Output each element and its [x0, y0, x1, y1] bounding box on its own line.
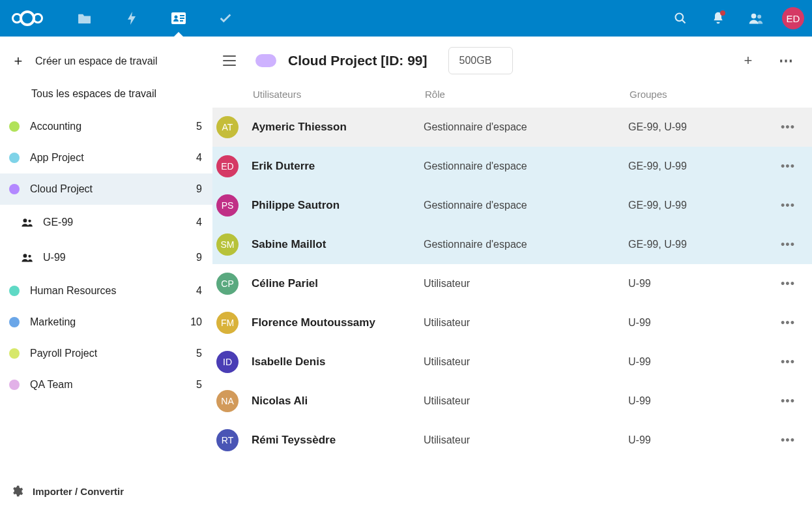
user-row[interactable]: NA Nicolas Ali Utilisateur U-99 ••• [212, 382, 812, 421]
user-more-icon[interactable]: ••• [778, 199, 798, 213]
user-row[interactable]: SM Sabine Maillot Gestionnaire d'espace … [212, 225, 812, 264]
user-row[interactable]: ED Erik Duterre Gestionnaire d'espace GE… [212, 147, 812, 186]
user-more-icon[interactable]: ••• [778, 355, 798, 369]
import-label: Importer / Convertir [33, 486, 124, 497]
user-role: Utilisateur [424, 434, 628, 446]
user-more-icon[interactable]: ••• [778, 316, 798, 330]
quota-select[interactable]: 500GB [448, 47, 514, 74]
user-role: Utilisateur [424, 395, 628, 407]
app-logo[interactable] [12, 13, 43, 23]
user-groups: U-99 [628, 434, 778, 446]
col-role: Rôle [425, 89, 630, 100]
import-convert-button[interactable]: Importer / Convertir [0, 472, 212, 510]
sidebar-item-label: App Project [30, 152, 191, 164]
user-row[interactable]: ID Isabelle Denis Utilisateur U-99 ••• [212, 342, 812, 382]
user-avatar-badge: ED [216, 155, 239, 177]
search-icon[interactable] [669, 7, 692, 30]
user-name: Philippe Sautron [252, 199, 424, 212]
svg-point-6 [751, 14, 757, 19]
sidebar-item-app-project[interactable]: App Project 4 [0, 142, 212, 173]
user-more-icon[interactable]: ••• [778, 277, 798, 291]
user-row[interactable]: AT Aymeric Thiesson Gestionnaire d'espac… [212, 108, 812, 147]
sidebar-item-count: 9 [196, 183, 202, 195]
sidebar-item-payroll-project[interactable]: Payroll Project 5 [0, 338, 212, 369]
user-avatar-badge: ID [216, 351, 239, 373]
user-avatar-badge: AT [216, 116, 239, 138]
user-more-icon[interactable]: ••• [778, 238, 798, 252]
workspace-title: Cloud Project [ID: 99] [288, 53, 428, 68]
user-avatar-badge: CP [216, 273, 239, 295]
color-dot-icon [9, 380, 20, 390]
all-workspaces-link[interactable]: Tous les espaces de travail [0, 77, 212, 111]
sidebar-subgroup-count: 4 [196, 217, 202, 228]
color-dot-icon [9, 348, 20, 359]
sidebar-item-qa-team[interactable]: QA Team 5 [0, 369, 212, 400]
user-table-body: AT Aymeric Thiesson Gestionnaire d'espac… [212, 108, 812, 460]
activity-icon[interactable] [117, 3, 146, 34]
user-name: Nicolas Ali [252, 395, 424, 408]
topbar: ED [0, 0, 812, 37]
user-avatar-badge: NA [216, 390, 239, 412]
svg-point-9 [28, 220, 31, 222]
user-name: Florence Moutoussamy [252, 316, 424, 329]
user-groups: GE-99, U-99 [628, 239, 778, 250]
plus-icon: + [10, 53, 26, 70]
sidebar-item-label: Cloud Project [30, 183, 191, 195]
user-groups: U-99 [628, 317, 778, 329]
sidebar-subgroup-label: U-99 [43, 252, 191, 263]
notification-dot-icon [720, 10, 725, 16]
create-workspace-button[interactable]: + Créer un espace de travail [0, 46, 212, 77]
user-more-icon[interactable]: ••• [778, 121, 798, 134]
tasks-icon[interactable] [211, 3, 240, 34]
user-groups: GE-99, U-99 [628, 160, 778, 172]
topbar-right: ED [669, 7, 804, 30]
col-groups: Groupes [630, 89, 812, 100]
sidebar-item-count: 10 [190, 316, 202, 328]
svg-rect-3 [180, 18, 184, 19]
user-row[interactable]: RT Rémi Teyssèdre Utilisateur U-99 ••• [212, 421, 812, 460]
user-more-icon[interactable]: ••• [778, 395, 798, 408]
svg-point-8 [23, 218, 27, 222]
notifications-icon[interactable] [706, 7, 730, 30]
sidebar-item-human-resources[interactable]: Human Resources 4 [0, 275, 212, 307]
sidebar-item-marketing[interactable]: Marketing 10 [0, 307, 212, 338]
main-content: Cloud Project [ID: 99] 500GB + ⋯ Utilisa… [212, 37, 812, 510]
workspace-color-badge [255, 54, 276, 67]
user-avatar-badge: RT [216, 429, 239, 451]
user-role: Utilisateur [424, 278, 628, 290]
workspaces-icon[interactable] [164, 3, 193, 34]
sidebar-item-count: 5 [196, 121, 202, 132]
user-row[interactable]: PS Philippe Sautron Gestionnaire d'espac… [212, 186, 812, 225]
sidebar-subgroup-label: GE-99 [43, 217, 191, 228]
sidebar-item-label: QA Team [30, 379, 191, 391]
user-row[interactable]: CP Céline Pariel Utilisateur U-99 ••• [212, 264, 812, 303]
user-name: Sabine Maillot [252, 238, 424, 251]
user-role: Gestionnaire d'espace [424, 160, 628, 172]
menu-toggle-icon[interactable] [220, 52, 239, 70]
contacts-icon[interactable] [744, 7, 768, 30]
add-button[interactable]: + [738, 50, 759, 71]
user-groups: U-99 [628, 395, 778, 407]
user-row[interactable]: FM Florence Moutoussamy Utilisateur U-99… [212, 303, 812, 342]
sidebar-item-label: Human Resources [30, 285, 191, 297]
gear-icon [10, 485, 23, 498]
user-avatar-badge: SM [216, 233, 239, 256]
more-menu-icon[interactable]: ⋯ [776, 50, 796, 71]
sidebar-subgroup-ge-99[interactable]: GE-99 4 [0, 205, 212, 240]
color-dot-icon [9, 317, 20, 327]
user-more-icon[interactable]: ••• [778, 434, 798, 447]
user-avatar[interactable]: ED [782, 7, 804, 29]
sidebar-item-count: 4 [196, 152, 202, 164]
sidebar-item-cloud-project[interactable]: Cloud Project 9 [0, 173, 212, 205]
sidebar-item-accounting[interactable]: Accounting 5 [0, 111, 212, 142]
user-role: Gestionnaire d'espace [424, 121, 628, 133]
sidebar-subgroup-u-99[interactable]: U-99 9 [0, 240, 212, 275]
nav-apps [70, 3, 240, 34]
files-icon[interactable] [70, 3, 99, 34]
user-role: Gestionnaire d'espace [424, 239, 628, 250]
svg-point-5 [676, 14, 684, 22]
svg-rect-4 [180, 20, 183, 22]
sidebar-item-label: Marketing [30, 316, 185, 328]
user-more-icon[interactable]: ••• [778, 160, 798, 173]
group-icon [21, 217, 34, 228]
